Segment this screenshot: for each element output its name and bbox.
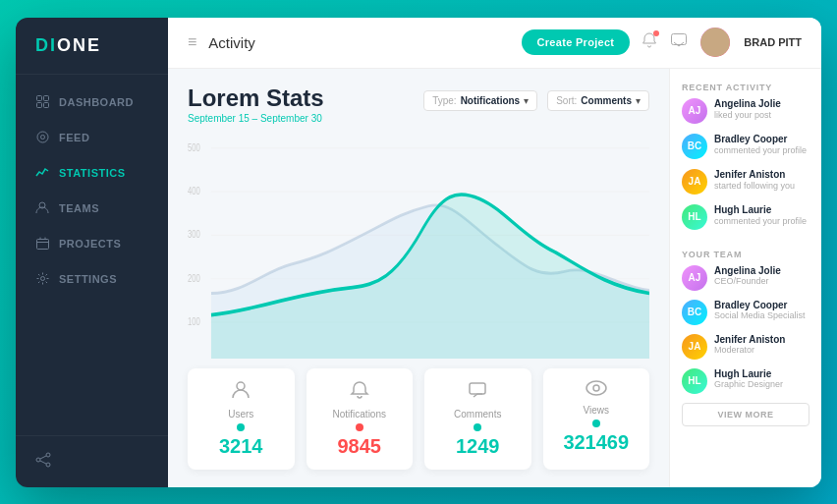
stat-card-views: Views 321469: [543, 368, 650, 470]
views-icon: [586, 380, 607, 401]
svg-line-13: [40, 461, 46, 464]
sidebar-item-dashboard[interactable]: Dashboard: [16, 84, 168, 120]
sidebar-item-projects-label: Projects: [59, 238, 121, 250]
team-avatar-0: AJ: [682, 265, 707, 291]
users-label: Users: [228, 409, 253, 420]
team-info-3: Hugh Laurie Graphic Designer: [714, 368, 809, 389]
center-panel: Lorem Stats September 15 – September 30 …: [168, 69, 669, 487]
avatar-shape-0: AJ: [682, 98, 707, 124]
avatar-shape-1: BC: [682, 134, 707, 159]
teams-icon: [35, 201, 49, 215]
settings-icon: [35, 272, 49, 286]
stat-card-comments: Comments 1249: [424, 368, 531, 470]
activity-action-3: commented your profile: [714, 216, 809, 226]
main-content: ≡ Activity Create Project: [168, 18, 821, 487]
team-avatar-2: JA: [682, 334, 707, 360]
user-name: BRAD PITT: [744, 36, 802, 48]
team-avatar-shape-1: BC: [682, 300, 707, 325]
topbar-title: Activity: [208, 34, 509, 51]
users-value: 3214: [219, 435, 263, 458]
activity-avatar-2: JA: [682, 169, 707, 195]
views-dot: [592, 420, 600, 427]
activity-item-1: BC Bradley Cooper commented your profile: [682, 134, 809, 159]
stat-card-notifications: Notifications 9845: [307, 368, 414, 470]
sidebar-nav: Dashboard Feed Statistics: [16, 75, 168, 435]
svg-point-10: [36, 458, 40, 462]
sidebar-item-settings[interactable]: Settings: [16, 261, 168, 297]
users-dot: [237, 423, 245, 431]
type-filter[interactable]: Type: Notifications ▾: [423, 90, 537, 111]
svg-rect-26: [470, 383, 485, 394]
team-name-2: Jenifer Aniston: [714, 334, 809, 345]
activity-info-0: Angelina Jolie liked your post: [714, 98, 809, 120]
notifications-icon: [350, 380, 369, 405]
team-avatar-shape-2: JA: [682, 334, 707, 360]
create-project-button[interactable]: Create Project: [522, 29, 631, 55]
stats-header: Lorem Stats September 15 – September 30 …: [188, 86, 649, 124]
svg-rect-7: [36, 240, 48, 250]
avatar-shape-2: JA: [682, 169, 707, 195]
activity-info-2: Jenifer Aniston started following you: [714, 169, 809, 191]
share-icon[interactable]: [35, 454, 51, 471]
chart-svg: 500 400 300 200 100: [188, 134, 649, 359]
sidebar-item-feed[interactable]: Feed: [16, 120, 168, 155]
svg-point-27: [586, 381, 606, 395]
activity-avatar-3: HL: [682, 204, 707, 230]
activity-item-3: HL Hugh Laurie commented your profile: [682, 204, 809, 230]
feed-icon: [35, 131, 49, 144]
team-info-1: Bradley Cooper Social Media Specialist: [714, 300, 809, 320]
stats-subtitle: September 15 – September 30: [188, 113, 324, 124]
team-name-0: Angelina Jolie: [714, 265, 809, 276]
activity-name-2: Jenifer Aniston: [714, 169, 809, 181]
type-filter-value: Notifications: [461, 95, 521, 106]
chart-container: 500 400 300 200 100: [188, 134, 649, 359]
recent-activity-title: Recent Activity: [682, 83, 809, 92]
sidebar-item-statistics[interactable]: Statistics: [16, 155, 168, 191]
views-value: 321469: [563, 431, 629, 454]
team-info-2: Jenifer Aniston Moderator: [714, 334, 809, 355]
sidebar-item-projects[interactable]: Projects: [16, 226, 168, 261]
comments-icon: [468, 380, 487, 405]
svg-rect-14: [672, 34, 687, 45]
app-container: DIONE Dashboard: [16, 18, 821, 487]
svg-text:500: 500: [188, 140, 200, 153]
activity-action-2: started following you: [714, 181, 809, 191]
your-team-section: Your Team AJ Angelina Jolie CEO/Founder …: [682, 250, 809, 426]
activity-avatar-1: BC: [682, 134, 707, 159]
team-role-3: Graphic Designer: [714, 379, 809, 389]
activity-action-0: liked your post: [714, 110, 809, 120]
comments-label: Comments: [454, 409, 501, 420]
activity-name-1: Bradley Cooper: [714, 134, 809, 145]
view-more-button[interactable]: VIEW MORE: [682, 403, 809, 426]
svg-text:400: 400: [188, 184, 200, 196]
sidebar-item-statistics-label: Statistics: [59, 167, 126, 179]
avatar: [700, 28, 730, 57]
recent-activity-section: Recent Activity AJ Angelina Jolie liked …: [682, 83, 809, 240]
svg-rect-0: [36, 96, 41, 101]
notification-dot: [653, 30, 659, 36]
team-avatar-1: BC: [682, 300, 707, 325]
sort-filter-value: Comments: [581, 95, 632, 106]
svg-point-28: [593, 385, 599, 391]
menu-icon[interactable]: ≡: [188, 33, 196, 51]
svg-text:200: 200: [188, 271, 200, 284]
projects-icon: [35, 237, 49, 251]
notifications-label: Notifications: [333, 409, 386, 420]
notifications-value: 9845: [338, 435, 382, 458]
dashboard-icon: [35, 95, 49, 109]
logo-prefix: DI: [35, 35, 57, 55]
team-role-2: Moderator: [714, 345, 809, 355]
message-icon[interactable]: [671, 33, 687, 51]
team-item-3: HL Hugh Laurie Graphic Designer: [682, 368, 809, 394]
avatar-shape-3: HL: [682, 204, 707, 230]
svg-point-8: [40, 277, 44, 281]
comments-value: 1249: [456, 435, 500, 458]
activity-name-0: Angelina Jolie: [714, 98, 809, 110]
sort-filter[interactable]: Sort: Comments ▾: [547, 90, 649, 111]
activity-info-3: Hugh Laurie commented your profile: [714, 204, 809, 226]
sidebar-item-teams[interactable]: Teams: [16, 191, 168, 226]
page-title: Lorem Stats: [188, 86, 324, 110]
notification-icon[interactable]: [642, 32, 657, 52]
team-item-1: BC Bradley Cooper Social Media Specialis…: [682, 300, 809, 325]
activity-action-1: commented your profile: [714, 145, 809, 155]
